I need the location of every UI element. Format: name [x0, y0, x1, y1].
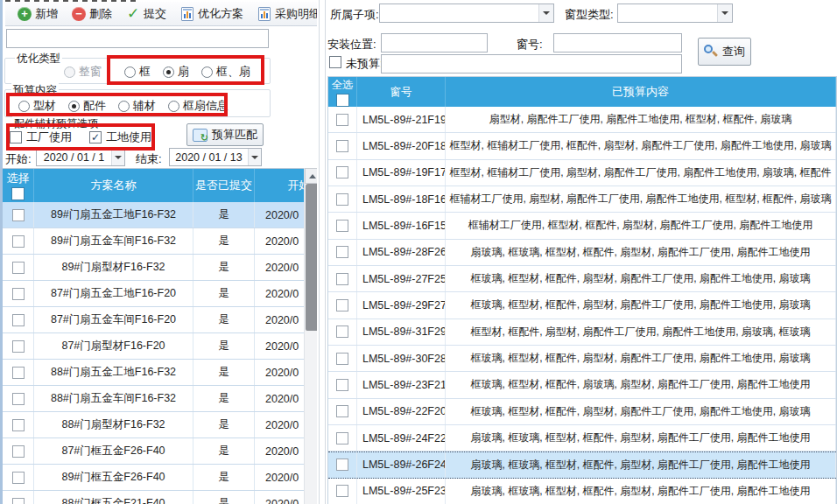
row-checkbox[interactable]	[12, 498, 25, 504]
table-row[interactable]: LM5L-89#-30F28 框玻璃, 框型材, 框配件, 扇型材, 扇配件工厂…	[328, 346, 836, 372]
table-row[interactable]: LM5L-89#-26F24 扇玻璃, 框玻璃, 框型材, 框配件, 扇型材, …	[328, 452, 836, 478]
table-row[interactable]: LM5L-89#-25F23 扇玻璃, 框玻璃, 框型材, 框配件, 扇型材, …	[328, 479, 836, 504]
table-row[interactable]: LM5L-89#-19F17 框型材, 框辅材工厂使用, 扇型材, 扇配件工厂使…	[328, 160, 836, 186]
radio-frame-sash[interactable]: 框、扇	[201, 64, 250, 80]
row-checkbox[interactable]	[12, 262, 25, 274]
sub-item-combo[interactable]	[379, 4, 554, 23]
table-row[interactable]: 89#门扇五金车间F16-F32 是 2020/0	[3, 228, 304, 255]
dropdown-arrow-icon[interactable]	[538, 4, 553, 22]
row-checkbox[interactable]	[336, 299, 348, 312]
table-row[interactable]: 87#门扇五金工地F16-F20 是 2020/0	[3, 281, 304, 307]
header-submitted[interactable]: 是否已提交	[193, 169, 255, 202]
optimize-type-options: 整窗 框 扇 框、扇	[64, 63, 263, 80]
scrollbar-thumb[interactable]	[306, 184, 317, 331]
install-pos-input[interactable]	[381, 33, 488, 52]
row-checkbox[interactable]	[12, 209, 25, 221]
table-row[interactable]: LM5L-89#-20F18 框型材, 框辅材工厂使用, 框配件, 扇型材, 扇…	[328, 133, 836, 159]
row-checkbox[interactable]	[12, 314, 25, 326]
row-checkbox[interactable]	[336, 220, 348, 232]
radio-auxiliary[interactable]: 辅材	[118, 98, 156, 114]
row-checkbox[interactable]	[336, 458, 348, 471]
dropdown-arrow-icon[interactable]	[111, 149, 124, 165]
table-row[interactable]: LM5L-89#-28F26 扇玻璃, 框玻璃, 框型材, 框配件, 扇型材, …	[328, 240, 836, 266]
table-row[interactable]: 89#门扇型材F16-F32 是 2020/0	[3, 255, 304, 281]
row-checkbox[interactable]	[12, 235, 25, 248]
table-row[interactable]: LM5L-89#-31F29 框型材, 框配件, 扇型材, 扇配件工厂使用, 扇…	[328, 319, 836, 346]
add-button[interactable]: + 新增	[12, 3, 63, 25]
radio-frame-sash-info[interactable]: 框扇信息	[168, 98, 229, 114]
no-budget-input[interactable]	[381, 54, 682, 74]
radio-whole-window[interactable]: 整窗	[64, 64, 102, 80]
row-checkbox[interactable]	[336, 405, 348, 417]
budget-match-button[interactable]: 预算匹配	[186, 123, 264, 146]
row-checkbox[interactable]	[336, 246, 348, 258]
scroll-up-button[interactable]	[305, 168, 317, 184]
query-button[interactable]: 查询	[698, 38, 751, 66]
start-date-picker[interactable]: 2020 / 01 / 1	[36, 148, 125, 166]
table-row[interactable]: 88#门框五金F21-F40 是 2020/0	[3, 491, 304, 504]
dropdown-arrow-icon[interactable]	[248, 149, 261, 165]
radio-profile[interactable]: 型材	[18, 98, 56, 114]
row-checkbox[interactable]	[336, 140, 348, 152]
select-all-checkbox[interactable]	[11, 187, 25, 200]
radio-accessory[interactable]: 配件	[68, 98, 106, 114]
table-row[interactable]: LM5L-89#-21F19 扇型材, 扇配件工厂使用, 扇配件工地使用, 框型…	[328, 107, 836, 133]
table-row[interactable]: 89#门框五金F26-F40 是 2020/0	[3, 465, 304, 491]
header-plan-name[interactable]: 方案名称	[34, 169, 193, 202]
row-checkbox[interactable]	[12, 288, 25, 300]
dropdown-arrow-icon[interactable]	[717, 4, 732, 22]
table-row[interactable]: LM5L-89#-24F22 扇玻璃, 框玻璃, 框型材, 框配件, 扇型材, …	[328, 425, 836, 452]
table-row[interactable]: 88#门扇五金工地F16-F32 是 2020/0	[3, 360, 304, 386]
row-checkbox[interactable]	[336, 379, 348, 391]
header-window-no[interactable]: 窗号	[357, 77, 446, 107]
no-budget-checkbox[interactable]	[329, 56, 341, 68]
end-date-picker[interactable]: 2020 / 01 / 13	[169, 148, 262, 166]
row-checkbox[interactable]	[12, 340, 25, 353]
row-checkbox[interactable]	[12, 472, 25, 484]
submitted-cell: 是	[193, 307, 255, 332]
checkbox-factory-use[interactable]: 工厂使用	[10, 130, 72, 145]
header-start[interactable]: 开始	[255, 169, 304, 202]
budgeted-content-cell: 框辅材工厂使用, 框型材, 框配件, 扇型材, 扇配件工厂使用, 扇配件工地使用	[446, 213, 836, 238]
row-checkbox[interactable]	[336, 114, 348, 126]
no-budget-label: 未预算:	[346, 56, 383, 72]
header-budgeted-content[interactable]: 已预算内容	[446, 77, 836, 107]
row-checkbox[interactable]	[12, 445, 25, 458]
radio-frame[interactable]: 框	[124, 64, 151, 80]
table-row[interactable]: 87#门扇五金车间F16-F20 是 2020/0	[3, 307, 304, 333]
row-checkbox[interactable]	[336, 485, 348, 497]
table-row[interactable]: LM5L-89#-27F25 框玻璃, 框型材, 框配件, 扇型材, 扇配件工厂…	[328, 266, 836, 292]
table-row[interactable]: 88#门扇型材F16-F32 是 2020/0	[3, 412, 304, 438]
row-checkbox[interactable]	[336, 166, 348, 178]
row-checkbox[interactable]	[336, 326, 348, 338]
row-checkbox[interactable]	[12, 367, 25, 379]
window-no-input[interactable]	[553, 33, 682, 52]
row-checkbox[interactable]	[336, 273, 348, 285]
optimize-plan-button[interactable]: 优化方案	[175, 3, 249, 25]
table-row[interactable]: 89#门扇五金工地F16-F32 是 2020/0	[3, 202, 304, 228]
panel-splitter[interactable]	[317, 0, 327, 504]
table-row[interactable]: LM5L-89#-18F16 框辅材工厂使用, 扇型材, 扇配件工厂使用, 扇配…	[328, 186, 836, 213]
table-row[interactable]: LM5L-89#-22F20 框玻璃, 框型材, 框配件, 扇型材, 扇配件工厂…	[328, 399, 836, 425]
row-checkbox[interactable]	[336, 432, 348, 444]
table-row[interactable]: 88#门扇五金车间F16-F32 是 2020/0	[3, 386, 304, 412]
select-all-checkbox[interactable]	[336, 94, 349, 107]
row-checkbox[interactable]	[336, 353, 348, 365]
table-row[interactable]: LM5L-89#-29F27 框玻璃, 框型材, 框配件, 扇型材, 扇配件工厂…	[328, 292, 836, 318]
table-row[interactable]: LM5L-89#-16F15 框辅材工厂使用, 框型材, 框配件, 扇型材, 扇…	[328, 213, 836, 239]
window-type-combo[interactable]	[617, 4, 733, 23]
submit-button[interactable]: ✓ 提交	[121, 3, 172, 25]
checkbox-site-use[interactable]: ✓工地使用	[89, 130, 151, 145]
table-row[interactable]: 87#门框五金F26-F40 是 2020/0	[3, 438, 304, 465]
delete-button[interactable]: − 删除	[67, 3, 117, 25]
table-row[interactable]: 87#门扇型材F16-F20 是 2020/0	[3, 333, 304, 360]
optimize-type-label: 优化类型	[15, 52, 62, 66]
row-checkbox[interactable]	[336, 193, 348, 206]
table-row[interactable]: LM5L-89#-23F21 框玻璃, 框型材, 框配件, 扇玻璃, 扇型材, …	[328, 372, 836, 398]
plans-scrollbar[interactable]	[304, 168, 317, 504]
plan-filter-input[interactable]	[6, 29, 269, 48]
row-checkbox[interactable]	[12, 419, 25, 431]
row-checkbox[interactable]	[12, 393, 25, 405]
purchase-detail-button[interactable]: 采购明细	[252, 3, 317, 25]
radio-sash[interactable]: 扇	[163, 64, 189, 80]
